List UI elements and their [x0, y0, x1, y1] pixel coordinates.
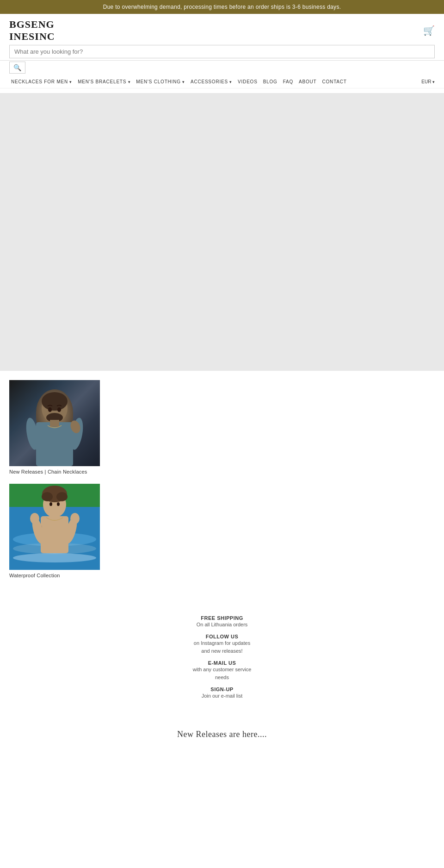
- footer-follow-text: on Instagram for updatesand new releases…: [9, 639, 435, 655]
- search-button[interactable]: 🔍: [9, 62, 25, 74]
- nav-item-necklaces[interactable]: NECKLACES FOR MEN: [9, 78, 74, 85]
- svg-point-1: [42, 392, 68, 411]
- footer-shipping-text: On all Lithuania orders: [9, 621, 435, 629]
- bottom-title: New Releases are here....: [9, 730, 435, 739]
- search-input[interactable]: [9, 45, 435, 58]
- announcement-text: Due to overwhelming demand, processing t…: [103, 4, 341, 10]
- footer-shipping: FREE SHIPPING On all Lithuania orders: [9, 615, 435, 629]
- person-silhouette-1: [22, 392, 87, 466]
- svg-rect-3: [36, 422, 73, 466]
- svg-point-18: [42, 492, 53, 501]
- search-bar-container: [0, 43, 444, 61]
- svg-point-24: [30, 513, 39, 524]
- svg-point-25: [70, 513, 80, 524]
- svg-point-20: [49, 502, 52, 506]
- bottom-section: New Releases are here....: [0, 716, 444, 753]
- header: BGSENG INESINC 🛒: [0, 14, 444, 43]
- footer-follow: FOLLOW US on Instagram for updatesand ne…: [9, 634, 435, 655]
- nav-item-clothing[interactable]: MEN'S CLOTHING: [134, 78, 187, 85]
- nav-item-contact[interactable]: CONTACT: [321, 78, 349, 85]
- svg-point-14: [13, 553, 96, 562]
- footer-shipping-title: FREE SHIPPING: [9, 615, 435, 621]
- svg-point-19: [56, 492, 68, 501]
- announcement-bar: Due to overwhelming demand, processing t…: [0, 0, 444, 14]
- svg-point-21: [57, 502, 60, 506]
- cart-icon[interactable]: 🛒: [423, 25, 435, 36]
- product-label-waterproof: Waterproof Collection: [9, 573, 435, 578]
- svg-rect-15: [41, 516, 68, 553]
- logo-line2: INESINC: [9, 31, 55, 43]
- footer-signup-title: SIGN-UP: [9, 687, 435, 692]
- product-label-necklaces: New Releases | Chain Necklaces: [9, 469, 435, 475]
- product-image-necklaces: [9, 380, 100, 466]
- nav-item-videos[interactable]: VIDEOS: [236, 78, 259, 85]
- footer-signup: SIGN-UP Join our e-mail list: [9, 687, 435, 700]
- footer-follow-title: FOLLOW US: [9, 634, 435, 639]
- footer-signup-text: Join our e-mail list: [9, 692, 435, 700]
- svg-point-9: [57, 407, 61, 412]
- footer-email-title: E-MAIL US: [9, 660, 435, 666]
- product-section: New Releases | Chain Necklaces: [0, 375, 444, 592]
- nav-item-about[interactable]: ABOUT: [297, 78, 318, 85]
- footer-email-text: with any customer serviceneeds: [9, 666, 435, 681]
- main-nav: NECKLACES FOR MEN MEN'S BRACELETS MEN'S …: [0, 75, 444, 88]
- product-card-necklaces[interactable]: New Releases | Chain Necklaces: [9, 380, 435, 475]
- nav-item-accessories[interactable]: ACCESSORIES: [189, 78, 234, 85]
- nav-item-faq[interactable]: FAQ: [281, 78, 295, 85]
- currency-selector[interactable]: EUR: [421, 79, 435, 84]
- water-background: [9, 484, 100, 570]
- nav-item-bracelets[interactable]: MEN'S BRACELETS: [76, 78, 132, 85]
- footer-info-section: FREE SHIPPING On all Lithuania orders FO…: [0, 601, 444, 716]
- logo[interactable]: BGSENG INESINC: [9, 19, 55, 43]
- product-card-waterproof[interactable]: Waterproof Collection: [9, 484, 435, 578]
- footer-email: E-MAIL US with any customer serviceneeds: [9, 660, 435, 681]
- header-icons: 🛒: [423, 25, 435, 36]
- product-image-waterproof: [9, 484, 100, 570]
- hero-banner: [0, 93, 444, 371]
- nav-item-blog[interactable]: BLOG: [261, 78, 279, 85]
- svg-rect-4: [50, 420, 59, 427]
- svg-point-8: [48, 407, 52, 412]
- search-row: 🔍: [0, 61, 444, 75]
- logo-line1: BGSENG: [9, 19, 55, 31]
